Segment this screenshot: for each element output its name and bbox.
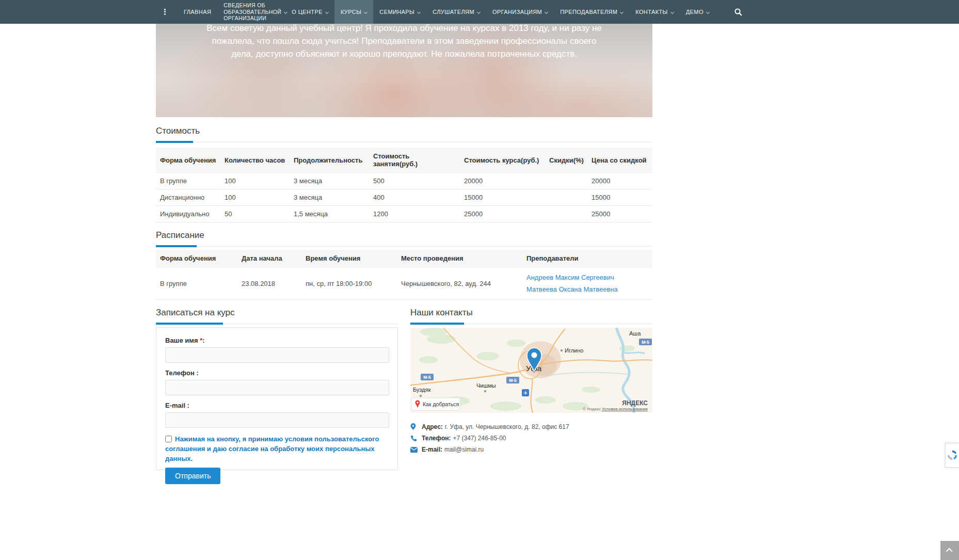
consent-checkbox[interactable] xyxy=(165,436,172,442)
hero-banner: Всем советую данный учебный центр! Я про… xyxy=(156,24,652,117)
nav-item-glavnaya[interactable]: ГЛАВНАЯ xyxy=(178,0,217,24)
column-header: Продолжительность xyxy=(290,148,369,173)
signup-title: Записаться на курс xyxy=(156,308,398,324)
email-field-label: E-mail : xyxy=(165,402,389,409)
column-header: Количество часов xyxy=(220,148,290,173)
cell: 100 xyxy=(220,189,290,206)
nav-item-label: СЕМИНАРЫ xyxy=(379,9,414,15)
testimonial-text: Всем советую данный учебный центр! Я про… xyxy=(205,24,603,60)
cell: 1,5 месяца xyxy=(290,206,369,222)
pricing-table: Форма обучения Количество часов Продолжи… xyxy=(156,148,652,222)
email-label: E-mail: xyxy=(422,446,442,453)
map-copyright: © Яндекс xyxy=(583,407,601,411)
column-header: Дата начала xyxy=(237,250,301,267)
nav-item-slushatelyam[interactable]: СЛУШАТЕЛЯМ xyxy=(426,0,486,24)
nav-item-svedeniya[interactable]: СВЕДЕНИЯ ОБ ОБРАЗОВАТЕЛЬНОЙ ОРГАНИЗАЦИИ xyxy=(217,0,285,24)
column-header: Время обучения xyxy=(301,250,397,267)
nav-item-kursy[interactable]: КУРСЫ xyxy=(334,0,373,24)
search-icon[interactable] xyxy=(729,0,747,24)
table-row: В группе 100 3 месяца 500 20000 20000 xyxy=(156,173,652,189)
pricing-section-header: Стоимость xyxy=(156,126,652,142)
table-row: Дистанционно 100 3 месяца 400 15000 1500… xyxy=(156,189,652,206)
nav-item-label: ДЕМО xyxy=(686,9,704,15)
heading-accent-bar xyxy=(156,323,223,325)
svg-text:✈: ✈ xyxy=(523,390,528,396)
cell xyxy=(545,173,587,189)
phone-icon xyxy=(410,435,420,442)
cell: пн, ср, пт 18:00-19:00 xyxy=(301,267,397,300)
nav-item-prepodavatelyam[interactable]: ПРЕПОДАВАТЕЛЯМ xyxy=(554,0,629,24)
teacher-link[interactable]: Матвеева Оксана Матвеевна xyxy=(526,283,648,295)
label-colon: : xyxy=(202,337,204,344)
top-navigation: ⋮ ГЛАВНАЯ СВЕДЕНИЯ ОБ ОБРАЗОВАТЕЛЬНОЙ ОР… xyxy=(0,0,959,24)
address-value: г. Уфа, ул. Чернышевского, д. 82, офис 6… xyxy=(445,423,569,430)
column-header: Преподаватели xyxy=(522,250,652,267)
cell: 400 xyxy=(369,189,460,206)
phone-field-label: Телефон : xyxy=(165,369,389,377)
recaptcha-badge[interactable] xyxy=(945,443,959,468)
phone-input[interactable] xyxy=(165,380,389,395)
column-header: Форма обучения xyxy=(156,250,237,267)
nav-item-kontakty[interactable]: КОНТАКТЫ xyxy=(629,0,680,24)
svg-text:М-5: М-5 xyxy=(423,375,431,380)
chevron-down-icon xyxy=(545,10,548,13)
column-header: Стоимость курса(руб.) xyxy=(460,148,545,173)
cell: 1200 xyxy=(369,206,460,222)
cell: Чернышевского, 82, ауд. 244 xyxy=(397,267,522,300)
name-field-label: Ваше имя *: xyxy=(165,337,389,344)
chevron-down-icon xyxy=(417,10,421,13)
nav-item-label: О ЦЕНТРЕ xyxy=(292,9,323,15)
envelope-icon xyxy=(410,447,420,453)
nav-item-label: СЛУШАТЕЛЯМ xyxy=(433,9,474,15)
contacts-section-header: Наши контакты xyxy=(410,308,652,324)
chevron-up-icon xyxy=(946,548,952,555)
cell: 15000 xyxy=(587,189,652,206)
cell: 100 xyxy=(220,173,290,189)
email-value: mail@simai.ru xyxy=(444,446,484,453)
consent-text[interactable]: Нажимая на кнопку, я принимаю условия по… xyxy=(165,435,379,462)
phone-label: Телефон: xyxy=(422,435,451,442)
road-badge-m5: М-5 xyxy=(639,339,652,345)
scroll-top-button[interactable] xyxy=(940,541,959,560)
consent-row: Нажимая на кнопку, я принимаю условия по… xyxy=(165,434,384,463)
svg-text:Как добраться: Как добраться xyxy=(423,401,459,407)
yandex-logo: ЯНДЕКС xyxy=(622,399,648,407)
cell: 15000 xyxy=(460,189,545,206)
nav-item-label: ПРЕПОДАВАТЕЛЯМ xyxy=(560,9,617,15)
nav-item-seminary[interactable]: СЕМИНАРЫ xyxy=(373,0,426,24)
nav-item-label: ОРГАНИЗАЦИЯМ xyxy=(492,9,542,15)
submit-button[interactable]: Отправить xyxy=(165,468,220,484)
cell xyxy=(545,189,587,206)
vertical-dots-menu-icon[interactable]: ⋮ xyxy=(153,7,178,17)
name-input[interactable] xyxy=(165,347,389,363)
nav-item-label: КОНТАКТЫ xyxy=(635,9,668,15)
heading-accent-bar xyxy=(156,141,193,143)
table-row: В группе 23.08.2018 пн, ср, пт 18:00-19:… xyxy=(156,267,652,300)
column-header: Стоимость занятия(руб.) xyxy=(369,148,460,173)
column-header: Форма обучения xyxy=(156,148,220,173)
contacts-title: Наши контакты xyxy=(410,308,652,324)
nav-item-demo[interactable]: ДЕМО xyxy=(680,0,715,24)
nav-item-organizaciyam[interactable]: ОРГАНИЗАЦИЯМ xyxy=(486,0,554,24)
route-button[interactable]: Как добраться xyxy=(411,398,460,410)
nav-item-o-centre[interactable]: О ЦЕНТРЕ xyxy=(285,0,334,24)
chevron-down-icon xyxy=(620,10,624,13)
email-input[interactable] xyxy=(165,412,389,428)
address-line: Адрес: г. Уфа, ул. Чернышевского, д. 82,… xyxy=(410,423,569,430)
cell: 3 месяца xyxy=(290,189,369,206)
cell: В группе xyxy=(156,267,237,300)
location-pin-icon xyxy=(410,423,420,430)
teacher-link[interactable]: Андреев Максим Сергеевич xyxy=(526,271,648,283)
map-label-iglino: Иглино xyxy=(565,347,583,354)
nav-item-label: ГЛАВНАЯ xyxy=(184,9,211,15)
phone-line: Телефон: +7 (347) 246-85-00 xyxy=(410,435,506,442)
map-terms-link[interactable]: Условия использования xyxy=(602,407,648,411)
schedule-title: Расписание xyxy=(156,230,652,246)
cell xyxy=(545,206,587,222)
cell: 25000 xyxy=(460,206,545,222)
airport-icon: ✈ xyxy=(522,389,529,396)
yandex-map[interactable]: Аша Иглино Уфа Чишмы Буздяк М-5 М-5 М-5 xyxy=(410,328,652,413)
cell: 20000 xyxy=(460,173,545,189)
cell: 3 месяца xyxy=(290,173,369,189)
email-line: E-mail: mail@simai.ru xyxy=(410,446,484,453)
